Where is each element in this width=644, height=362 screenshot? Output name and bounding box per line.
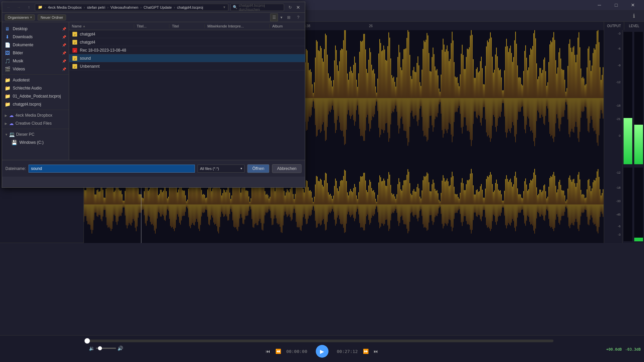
filename-input[interactable] <box>29 165 195 173</box>
svg-rect-2295 <box>550 204 551 228</box>
path-part-3[interactable]: Videoaufnahmen <box>110 5 138 9</box>
svg-rect-2292 <box>549 178 550 204</box>
skip-forward-icon[interactable]: ⏭ <box>374 349 378 354</box>
view-details-button[interactable]: ☰ <box>270 13 278 21</box>
svg-rect-1066 <box>536 63 537 98</box>
svg-rect-1421 <box>111 204 111 231</box>
svg-rect-2305 <box>555 204 556 220</box>
view-dropdown-button[interactable]: ▾ <box>279 13 283 21</box>
path-part-4[interactable]: ChatGPT Update <box>144 5 172 9</box>
open-button[interactable]: Öffnen <box>247 164 269 173</box>
pin-dokumente-icon[interactable]: 📌 <box>62 43 66 47</box>
volume-down-icon[interactable]: 🔉 <box>89 346 95 351</box>
progress-bar[interactable] <box>87 340 553 342</box>
view-thumbnails-button[interactable]: ⊞ <box>285 13 293 21</box>
svg-rect-1775 <box>289 204 289 215</box>
svg-rect-1658 <box>230 199 231 204</box>
next-frame-icon[interactable]: ⏩ <box>363 349 369 354</box>
svg-rect-1871 <box>337 204 338 218</box>
col-header-titel1[interactable]: Titel... <box>134 24 169 28</box>
refresh-button[interactable]: ↻ <box>286 3 294 11</box>
organize-button[interactable]: Organisieren ▾ <box>5 14 35 20</box>
sidebar-item-videos[interactable]: 🎬 Videos 📌 <box>2 65 69 73</box>
view-help-button[interactable]: ? <box>294 13 302 21</box>
volume-thumb[interactable] <box>98 346 102 350</box>
volume-up-icon[interactable]: 🔊 <box>117 346 123 351</box>
sidebar-creative-cloud-group[interactable]: ▶ ☁ Creative Cloud Files <box>2 119 69 127</box>
sidebar-item-downloads[interactable]: ⬇ Downloads 📌 <box>2 33 69 41</box>
minimize-button[interactable]: ─ <box>592 0 607 10</box>
pin-downloads-icon[interactable]: 📌 <box>62 35 66 39</box>
sidebar-item-musik[interactable]: 🎵 Musik 📌 <box>2 57 69 65</box>
svg-rect-1909 <box>356 204 357 212</box>
play-button[interactable]: ▶ <box>316 345 328 358</box>
col-header-album[interactable]: Album <box>270 24 305 28</box>
path-dropdown-arrow[interactable]: ▾ <box>223 5 225 9</box>
pin-musik-icon[interactable]: 📌 <box>62 59 66 63</box>
volume-slider[interactable] <box>96 348 116 349</box>
svg-rect-1371 <box>86 204 86 216</box>
col-header-mitwirkende[interactable]: Mitwirkende Interpre... <box>205 24 270 28</box>
level-meter-panel <box>622 30 644 166</box>
svg-rect-944 <box>475 78 476 98</box>
svg-rect-2277 <box>541 204 542 215</box>
prev-frame-icon[interactable]: ⏪ <box>275 349 281 354</box>
progress-thumb[interactable] <box>85 338 90 344</box>
cancel-button[interactable]: Abbrechen <box>272 164 302 173</box>
nav-up-button[interactable]: ↑ <box>25 3 33 11</box>
dialog-close-button[interactable]: ✕ <box>294 3 302 11</box>
svg-rect-1082 <box>544 58 545 98</box>
svg-rect-953 <box>479 98 480 116</box>
svg-rect-682 <box>343 40 344 98</box>
sidebar-item-windows-c[interactable]: 💾 Windows (C:) <box>2 138 69 146</box>
svg-rect-2350 <box>579 172 579 204</box>
svg-rect-1455 <box>128 204 128 226</box>
info-button[interactable]: ℹ <box>629 11 639 21</box>
svg-rect-680 <box>342 49 343 98</box>
file-item-chatgpt4-1[interactable]: ♪ chatgpt4 <box>69 30 305 38</box>
skip-back-icon[interactable]: ⏮ <box>266 349 270 354</box>
col-header-name[interactable]: Name ▲ <box>69 24 134 28</box>
address-search[interactable]: 🔍 chatgpt4.tscproj durchsuchen <box>230 4 284 11</box>
svg-rect-2383 <box>595 204 595 224</box>
sidebar-item-chatgpt4-proj[interactable]: 📁 chatgpt4.tscproj <box>2 100 69 108</box>
file-item-sound[interactable]: ♪ sound <box>69 54 305 62</box>
svg-rect-1828 <box>316 176 317 204</box>
new-folder-button[interactable]: Neuer Ordner <box>38 14 66 20</box>
sidebar-item-schlechte-audio[interactable]: 📁 Schlechte Audio <box>2 84 69 92</box>
svg-rect-2223 <box>514 204 515 228</box>
svg-rect-2228 <box>517 188 518 204</box>
col-header-titel2[interactable]: Titel <box>169 24 205 28</box>
path-part-5[interactable]: chatgpt4.tscproj <box>177 5 203 9</box>
filetype-select[interactable]: All files (*.*) ▾ <box>198 165 245 173</box>
svg-rect-2326 <box>567 199 567 204</box>
sidebar-item-audiotest[interactable]: 📁 Audiotest <box>2 76 69 84</box>
path-part-2[interactable]: stefan petri <box>87 5 105 9</box>
maximize-button[interactable]: □ <box>608 0 624 10</box>
svg-rect-652 <box>328 73 329 98</box>
sidebar-dieser-pc-group[interactable]: ▼ 💻 Dieser PC <box>2 130 69 138</box>
creative-cloud-icon: ☁ <box>9 121 14 126</box>
svg-rect-774 <box>389 38 390 98</box>
address-path[interactable]: 📁 › 4eck Media Dropbox › stefan petri › … <box>35 4 228 11</box>
pin-desktop-icon[interactable]: 📌 <box>62 27 66 31</box>
pin-bilder-icon[interactable]: 📌 <box>62 51 66 55</box>
sidebar-item-bilder[interactable]: 🖼 Bilder 📌 <box>2 49 69 57</box>
svg-rect-1736 <box>270 197 270 204</box>
nav-back-button[interactable]: ← <box>5 3 13 11</box>
svg-rect-637 <box>320 98 321 133</box>
sidebar-4eck-group[interactable]: ▶ ☁ 4eck Media Dropbox <box>2 111 69 119</box>
close-button[interactable]: ✕ <box>625 0 641 10</box>
svg-rect-1518 <box>160 190 161 204</box>
file-item-rec[interactable]: ♪ Rec 18-03-2023-13-08-48 <box>69 46 305 54</box>
file-item-unbenannt[interactable]: ♪ Unbenannt <box>69 62 305 70</box>
sidebar-item-podcast[interactable]: 📁 01_Adobe_Podcast.tscproj <box>2 92 69 100</box>
svg-rect-914 <box>460 74 461 98</box>
sidebar-item-dokumente[interactable]: 📄 Dokumente 📌 <box>2 41 69 49</box>
nav-forward-button[interactable]: → <box>15 3 23 11</box>
file-item-chatgpt4-2[interactable]: ♪ chatgpt4 <box>69 38 305 46</box>
path-part-1[interactable]: 4eck Media Dropbox <box>48 5 82 9</box>
pin-videos-icon[interactable]: 📌 <box>62 67 66 71</box>
svg-rect-959 <box>482 98 483 118</box>
sidebar-item-desktop[interactable]: 🖥 Desktop 📌 <box>2 25 69 33</box>
